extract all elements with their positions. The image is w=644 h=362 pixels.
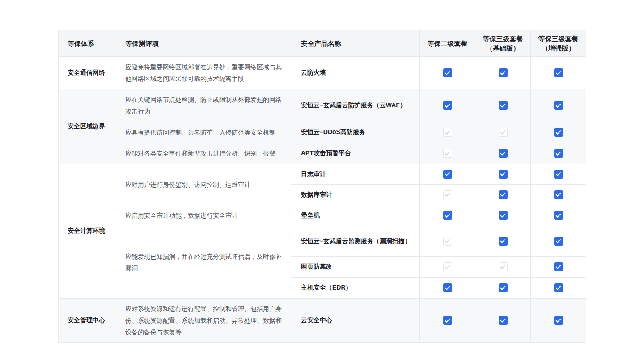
check-icon (500, 238, 505, 243)
package-cell (420, 226, 475, 257)
package-checkbox[interactable] (499, 170, 508, 179)
product-cell: APT攻击预警平台 (291, 143, 420, 164)
check-icon (555, 191, 561, 197)
check-icon (555, 102, 561, 107)
header-item: 等保测评项 (114, 30, 291, 57)
package-checkbox[interactable] (443, 170, 452, 179)
package-cell (531, 164, 586, 185)
table-row: 应能发现已知漏洞，并在经过充分测试评估后，及时修补漏洞 安恒云–玄武盾云监测服务… (59, 226, 586, 257)
item-cell: 应启用安全审计功能，数据进行安全审计 (114, 205, 291, 226)
package-checkbox[interactable] (443, 316, 452, 325)
package-checkbox[interactable] (554, 316, 563, 325)
package-checkbox[interactable] (499, 316, 508, 325)
product-cell: 云防火墙 (291, 57, 420, 89)
package-checkbox[interactable] (554, 190, 563, 199)
package-checkbox[interactable] (554, 101, 563, 110)
package-cell (531, 57, 586, 89)
check-icon (500, 212, 505, 217)
check-icon (445, 150, 450, 155)
package-checkbox[interactable] (554, 170, 563, 179)
package-cell (475, 257, 531, 278)
table-row: 安全通信网络 应避免将重要网络区域部署在边界处，重要网络区域与其他网络区域之间应… (59, 57, 586, 89)
package-checkbox[interactable] (554, 237, 563, 246)
check-icon (445, 263, 450, 269)
package-checkbox[interactable] (554, 149, 563, 158)
check-icon (445, 69, 450, 75)
package-cell (420, 278, 475, 299)
package-checkbox[interactable] (499, 128, 508, 137)
system-cell: 安全计算环境 (59, 164, 114, 299)
item-cell: 应具有提供访问控制、边界防护、入侵防范等安全机制 (114, 122, 291, 143)
product-cell: 数据库审计 (291, 185, 420, 205)
table-row: 安全区域边界 应在关键网络节点处检测、防止或限制从外部发起的网络攻击行为 安恒云… (59, 89, 586, 122)
check-icon (500, 69, 505, 75)
check-icon (445, 212, 450, 217)
check-icon (445, 129, 450, 134)
product-cell: 安恒云–玄武盾云防护服务（云WAF） (291, 89, 420, 122)
package-cell (420, 89, 475, 122)
package-checkbox[interactable] (499, 101, 508, 110)
package-checkbox[interactable] (443, 211, 452, 220)
package-checkbox[interactable] (554, 262, 563, 271)
package-checkbox[interactable] (554, 211, 563, 220)
table-row: 安全计算环境 应对用户进行身份鉴别、访问控制、运维审计 日志审计 (59, 164, 586, 185)
package-cell (531, 299, 586, 343)
package-checkbox[interactable] (499, 190, 508, 199)
package-cell (475, 143, 531, 164)
check-icon (500, 284, 505, 290)
page: 等保体系 等保测评项 安全产品名称 等保二级套餐 等保三级套餐（基础版） 等保三… (0, 0, 644, 362)
check-icon (500, 129, 505, 134)
check-icon (555, 150, 561, 155)
package-checkbox[interactable] (443, 190, 452, 199)
package-cell (475, 89, 531, 122)
package-cell (420, 299, 475, 343)
package-cell (475, 164, 531, 185)
check-icon (500, 102, 505, 107)
check-icon (445, 191, 450, 197)
product-cell: 安恒云–玄武盾云监测服务（漏洞扫描） (291, 226, 420, 257)
check-icon (500, 263, 505, 269)
package-cell (531, 278, 586, 299)
header-package-level3-enhanced: 等保三级套餐（增强版） (531, 30, 586, 57)
package-cell (420, 257, 475, 278)
header-package-level3-basic: 等保三级套餐（基础版） (475, 30, 531, 57)
package-cell (420, 205, 475, 226)
package-checkbox[interactable] (443, 68, 452, 77)
system-cell: 安全区域边界 (59, 89, 114, 164)
package-cell (531, 185, 586, 205)
header-row: 等保体系 等保测评项 安全产品名称 等保二级套餐 等保三级套餐（基础版） 等保三… (59, 30, 586, 57)
package-checkbox[interactable] (443, 237, 452, 246)
package-checkbox[interactable] (554, 68, 563, 77)
package-cell (531, 89, 586, 122)
package-checkbox[interactable] (554, 283, 563, 292)
item-cell: 应对用户进行身份鉴别、访问控制、运维审计 (114, 164, 291, 205)
package-checkbox[interactable] (499, 262, 508, 271)
check-icon (555, 284, 561, 290)
check-icon (500, 171, 505, 176)
product-cell: 堡垒机 (291, 205, 420, 226)
package-checkbox[interactable] (443, 283, 452, 292)
package-checkbox[interactable] (499, 211, 508, 220)
product-cell: 日志审计 (291, 164, 420, 185)
table-row: 应具有提供访问控制、边界防护、入侵防范等安全机制 安恒云–DDoS高防服务 (59, 122, 586, 143)
package-checkbox[interactable] (443, 262, 452, 271)
table-row: 安全管理中心 应对系统资源和运行进行配置、控制和管理。包括用户身份、系统资源配置… (59, 299, 586, 343)
package-checkbox[interactable] (499, 283, 508, 292)
package-checkbox[interactable] (554, 128, 563, 137)
check-icon (445, 238, 450, 243)
package-cell (531, 257, 586, 278)
check-icon (555, 69, 561, 75)
item-cell: 应能发现已知漏洞，并在经过充分测试评估后，及时修补漏洞 (114, 226, 291, 299)
package-cell (475, 205, 531, 226)
package-cell (531, 143, 586, 164)
package-checkbox[interactable] (443, 101, 452, 110)
package-checkbox[interactable] (499, 237, 508, 246)
check-icon (500, 150, 505, 155)
package-checkbox[interactable] (499, 149, 508, 158)
package-cell (475, 185, 531, 205)
package-checkbox[interactable] (443, 128, 452, 137)
product-cell: 云安全中心 (291, 299, 420, 343)
package-checkbox[interactable] (499, 68, 508, 77)
package-checkbox[interactable] (443, 149, 452, 158)
check-icon (555, 129, 561, 134)
